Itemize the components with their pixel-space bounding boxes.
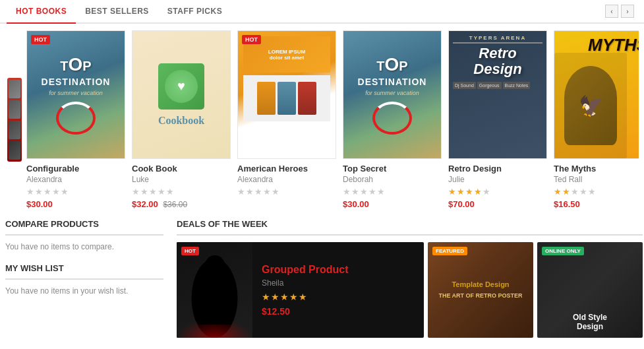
product-title-1[interactable]: Configurable [26, 164, 125, 174]
product-title-6[interactable]: The Myths [554, 164, 639, 174]
product-card-3: LOREM IPSUMdolor sit amet HOT American H… [237, 30, 336, 209]
figure-body [198, 272, 231, 325]
product-author-4: Deborah [343, 175, 442, 184]
deal-online-badge: ONLINE ONLY [542, 247, 584, 255]
left-panel: COMPARE PRODUCTS You have no items to co… [5, 219, 163, 338]
product-author-5: Julie [448, 175, 547, 184]
third-deal-text: Old StyleDesign [573, 313, 607, 331]
side-banner-item-3 [9, 121, 20, 139]
wishlist-title: MY WISH LIST [5, 263, 163, 280]
deal-featured-badge: FEATURED [432, 247, 467, 255]
product-author-3: Alexandra [237, 175, 336, 184]
product-price-2: $32.00 $36.00 [132, 199, 231, 209]
deal-author: Sheila [262, 278, 415, 288]
prev-arrow[interactable]: ‹ [605, 5, 618, 18]
product-image-3[interactable]: LOREM IPSUMdolor sit amet HOT [237, 30, 336, 159]
deals-grid: HOT Grouped Product Sheila ★★★★★ [177, 242, 643, 338]
side-banner-item-4 [9, 141, 20, 160]
compare-title: COMPARE PRODUCTS [5, 219, 163, 236]
product-price-4: $30.00 [343, 199, 442, 209]
product-price-6: $16.50 [554, 199, 639, 209]
badge-hot-3: HOT [242, 35, 261, 44]
tab-hot-books[interactable]: HOT BOOKS [7, 0, 76, 24]
product-stars-1: ★★★★★ [26, 187, 125, 197]
side-banner-item-1 [9, 80, 20, 98]
side-banner [7, 78, 22, 162]
next-arrow[interactable]: › [621, 5, 634, 18]
secondary-deal-text: Template DesignTHE ART OF RETRO POSTER [438, 280, 522, 300]
deal-image: HOT [177, 242, 252, 338]
product-title-3[interactable]: American Heroes [237, 164, 336, 174]
deal-price: $12.50 [262, 306, 415, 317]
product-stars-3: ★★★★★ [237, 187, 336, 197]
deal-hot-badge: HOT [181, 247, 199, 255]
product-price-5: $70.00 [448, 199, 547, 209]
product-image-1[interactable]: TOP DESTINATION for summer vacation HOT [26, 30, 125, 159]
deal-card-third[interactable]: ONLINE ONLY Old StyleDesign [537, 242, 643, 338]
deal-info: Grouped Product Sheila ★★★★★ $12.50 [252, 242, 424, 338]
tab-staff-picks[interactable]: STAFF PICKS [158, 0, 231, 24]
deals-section: DEALS OF THE WEEK HOT Grouped [177, 219, 643, 338]
product-stars-2: ★★★★★ [132, 187, 231, 197]
figure-head [205, 255, 225, 275]
product-card-5: TYPERS ARENA Retro Design Dj Sound Gorge… [448, 30, 547, 209]
product-stars-6: ★★★★★ [554, 187, 639, 197]
wishlist-empty: You have no items in your wish list. [5, 286, 163, 296]
deals-title: DEALS OF THE WEEK [177, 219, 643, 236]
product-title-4[interactable]: Top Secret [343, 164, 442, 174]
product-card-4: TOP DESTINATION for summer vacation Top … [343, 30, 442, 209]
products-grid: TOP DESTINATION for summer vacation HOT … [26, 30, 639, 209]
product-image-5[interactable]: TYPERS ARENA Retro Design Dj Sound Gorge… [448, 30, 547, 159]
product-card-1: TOP DESTINATION for summer vacation HOT … [26, 30, 125, 209]
product-author-2: Luke [132, 175, 231, 184]
tab-best-sellers[interactable]: BEST SELLERS [76, 0, 158, 24]
product-stars-5: ★★★★★ [448, 187, 547, 197]
deal-name[interactable]: Grouped Product [262, 264, 415, 276]
badge-hot-1: HOT [31, 35, 50, 44]
deal-card-secondary[interactable]: FEATURED Template DesignTHE ART OF RETRO… [428, 242, 533, 338]
deal-card-main[interactable]: HOT Grouped Product Sheila ★★★★★ [177, 242, 424, 338]
product-image-4[interactable]: TOP DESTINATION for summer vacation [343, 30, 442, 159]
product-author-1: Alexandra [26, 175, 125, 184]
product-old-price-2: $36.00 [163, 200, 187, 209]
deal-stars: ★★★★★ [262, 292, 415, 302]
product-card-2: ♥ Cookbook Cook Book Luke ★★★★★ $32.00 $… [132, 30, 231, 209]
product-price-1: $30.00 [26, 199, 125, 209]
product-title-5[interactable]: Retro Design [448, 164, 547, 174]
product-author-6: Ted Rall [554, 175, 639, 184]
product-title-2[interactable]: Cook Book [132, 164, 231, 174]
product-image-2[interactable]: ♥ Cookbook [132, 30, 231, 159]
compare-empty: You have no items to compare. [5, 242, 163, 251]
product-stars-4: ★★★★★ [343, 187, 442, 197]
side-banner-item-2 [9, 100, 20, 119]
product-card-6: 🦅 MYTHS The Myths Ted Rall ★★★★★ $16.50 [554, 30, 639, 209]
product-image-6[interactable]: 🦅 MYTHS [554, 30, 639, 159]
